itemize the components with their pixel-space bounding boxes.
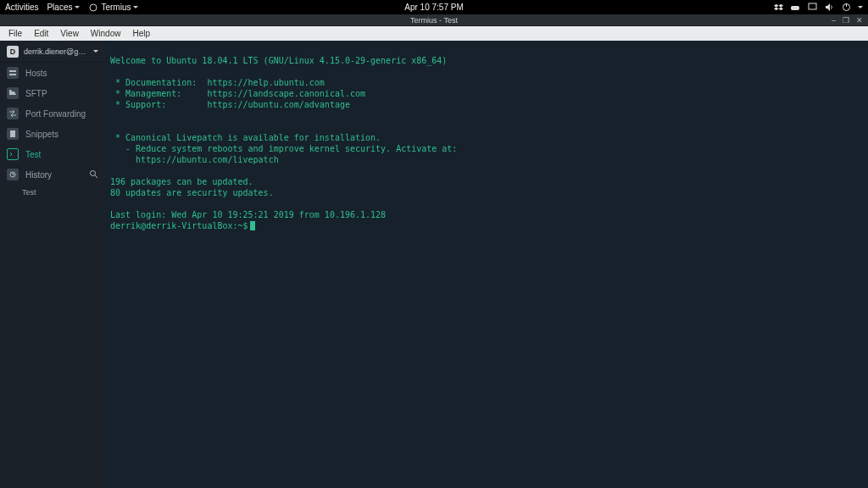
term-line: - Reduce system reboots and improve kern… bbox=[110, 144, 457, 153]
snippets-icon bbox=[7, 128, 19, 140]
power-tray-icon[interactable] bbox=[841, 3, 851, 13]
sidebar-item-history[interactable]: History bbox=[0, 164, 105, 185]
sidebar-item-label: Port Forwarding bbox=[25, 109, 86, 119]
hosts-icon bbox=[7, 67, 19, 79]
account-email: derrik.diener@gmail.com bbox=[24, 47, 88, 56]
term-prompt: derrik@derrik-VirtualBox:~$ bbox=[110, 221, 248, 230]
svg-rect-7 bbox=[10, 130, 15, 137]
menu-view[interactable]: View bbox=[55, 28, 84, 39]
sftp-icon bbox=[7, 87, 19, 99]
appmenu[interactable]: Termius bbox=[88, 3, 138, 13]
search-icon[interactable] bbox=[89, 169, 98, 180]
sidebar-item-snippets[interactable]: Snippets bbox=[0, 124, 105, 144]
svg-point-9 bbox=[91, 170, 96, 175]
app-body: D derrik.diener@gmail.com Hosts SFTP bbox=[0, 41, 868, 488]
menu-window[interactable]: Window bbox=[86, 28, 126, 39]
sidebar-item-hosts[interactable]: Hosts bbox=[0, 63, 105, 83]
account-switcher[interactable]: D derrik.diener@gmail.com bbox=[0, 41, 105, 63]
term-line: * Support: https://ubuntu.com/advantage bbox=[110, 100, 350, 109]
termius-app-icon bbox=[88, 3, 98, 13]
menu-edit[interactable]: Edit bbox=[29, 28, 53, 39]
menu-help[interactable]: Help bbox=[127, 28, 155, 39]
sidebar-item-label: Hosts bbox=[25, 69, 47, 78]
terminal-pane[interactable]: Welcome to Ubuntu 18.04.1 LTS (GNU/Linux… bbox=[105, 41, 868, 488]
term-line: Welcome to Ubuntu 18.04.1 LTS (GNU/Linux… bbox=[110, 56, 447, 65]
caret-down-icon bbox=[75, 6, 80, 8]
appmenu-label: Termius bbox=[101, 3, 131, 12]
clock[interactable]: Apr 10 7:57 PM bbox=[404, 3, 463, 12]
term-line: 80 updates are security updates. bbox=[110, 188, 274, 197]
sidebar-item-label: SFTP bbox=[25, 89, 47, 98]
volume-tray-icon[interactable] bbox=[824, 3, 834, 13]
gnome-topbar: Activities Places Termius Apr 10 7:57 PM bbox=[0, 0, 868, 14]
window-close-button[interactable]: ✕ bbox=[856, 16, 863, 25]
sidebar-item-port-forwarding[interactable]: Port Forwarding bbox=[0, 103, 105, 124]
system-menu-caret-icon[interactable] bbox=[858, 6, 863, 8]
term-line: * Management: https://landscape.canonica… bbox=[110, 89, 365, 98]
controller-tray-icon[interactable] bbox=[790, 3, 800, 13]
term-line: https://ubuntu.com/livepatch bbox=[110, 155, 279, 164]
sidebar: D derrik.diener@gmail.com Hosts SFTP bbox=[0, 41, 105, 488]
screen-tray-icon[interactable] bbox=[807, 3, 817, 13]
activities-button[interactable]: Activities bbox=[5, 3, 38, 13]
terminal-cursor bbox=[250, 221, 255, 230]
caret-down-icon bbox=[133, 6, 138, 8]
window-title: Termius - Test bbox=[410, 16, 458, 25]
sidebar-item-label: Snippets bbox=[25, 130, 58, 139]
svg-rect-5 bbox=[9, 70, 16, 72]
app-menubar: File Edit View Window Help bbox=[0, 26, 868, 41]
term-line: * Canonical Livepatch is available for i… bbox=[110, 133, 381, 142]
sidebar-item-label: History bbox=[25, 170, 52, 180]
term-line: 196 packages can be updated. bbox=[110, 177, 253, 186]
sidebar-item-test[interactable]: Test bbox=[0, 144, 105, 164]
sidebar-nav: Hosts SFTP Port Forwarding Snippets bbox=[0, 63, 105, 200]
menu-file[interactable]: File bbox=[3, 28, 27, 39]
svg-rect-1 bbox=[791, 6, 799, 10]
avatar: D bbox=[7, 46, 19, 58]
window-minimize-button[interactable]: – bbox=[832, 16, 836, 25]
sidebar-item-label: Test bbox=[25, 150, 41, 159]
svg-rect-6 bbox=[9, 74, 16, 75]
svg-line-10 bbox=[95, 175, 97, 178]
term-line: Last login: Wed Apr 10 19:25:21 2019 fro… bbox=[110, 210, 386, 219]
places-menu[interactable]: Places bbox=[47, 3, 80, 13]
svg-rect-2 bbox=[809, 3, 816, 9]
term-line: * Documentation: https://help.ubuntu.com bbox=[110, 78, 325, 87]
svg-point-0 bbox=[90, 4, 97, 11]
caret-down-icon bbox=[93, 50, 98, 53]
port-forwarding-icon bbox=[7, 108, 19, 119]
sidebar-item-sftp[interactable]: SFTP bbox=[0, 83, 105, 103]
history-item-test[interactable]: Test bbox=[0, 185, 105, 200]
window-titlebar: Termius - Test – ❐ ✕ bbox=[0, 14, 868, 26]
window-maximize-button[interactable]: ❐ bbox=[843, 16, 849, 25]
places-label: Places bbox=[47, 3, 72, 12]
history-icon bbox=[7, 169, 19, 180]
terminal-icon bbox=[7, 148, 19, 160]
dropbox-tray-icon[interactable] bbox=[773, 3, 783, 13]
